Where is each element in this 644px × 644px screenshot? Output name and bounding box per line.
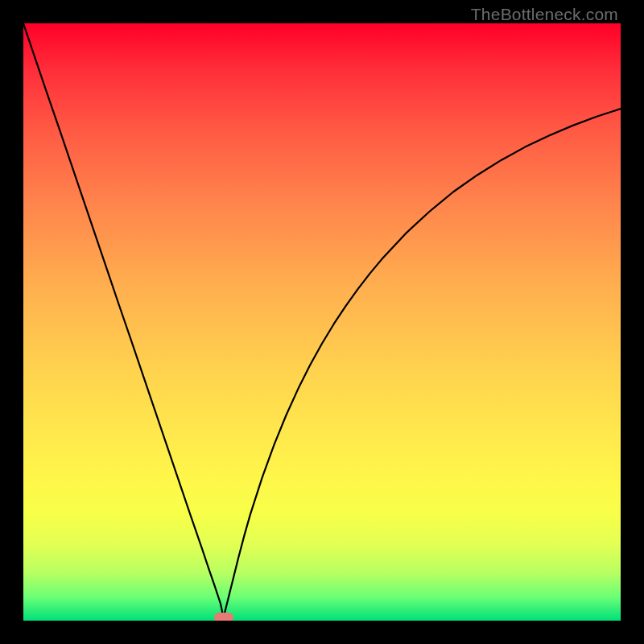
chart-frame: TheBottleneck.com [0, 0, 644, 644]
optimal-point-marker [214, 613, 233, 621]
watermark-label: TheBottleneck.com [471, 5, 618, 24]
bottleneck-curve [23, 23, 621, 621]
plot-area [23, 23, 621, 621]
